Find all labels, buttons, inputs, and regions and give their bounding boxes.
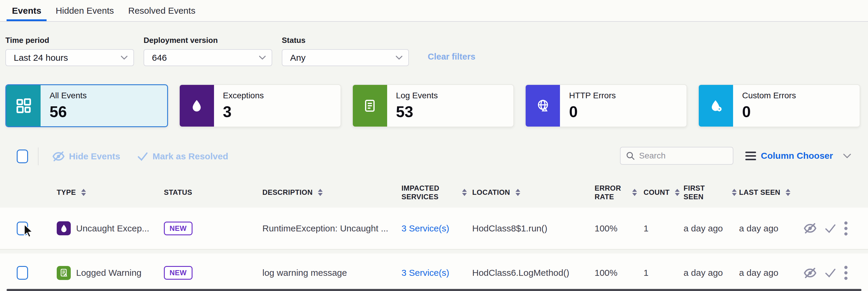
card-count: 53 — [396, 103, 438, 121]
hide-event-icon[interactable] — [804, 223, 817, 234]
flame-icon — [180, 85, 214, 126]
count-cell: 1 — [641, 268, 681, 278]
search-box — [620, 147, 733, 165]
card-label: Exceptions — [223, 91, 264, 100]
header-error-rate[interactable]: ERROR RATE — [593, 184, 641, 201]
time-period-label: Time period — [5, 36, 134, 45]
last-seen-cell: a day ago — [737, 223, 792, 233]
card-exceptions[interactable]: Exceptions 3 — [179, 84, 341, 127]
hide-event-icon[interactable] — [804, 267, 817, 279]
table-header: TYPE STATUS DESCRIPTION IMPACTED SERVICE… — [0, 177, 868, 208]
time-period-select[interactable]: Last 24 hours — [5, 49, 134, 66]
status-label: Status — [282, 36, 409, 45]
checkbox-cell — [0, 222, 56, 235]
status-badge: NEW — [164, 222, 192, 235]
card-custom-errors[interactable]: Custom Errors 0 — [698, 84, 860, 127]
type-label: Logged Warning — [76, 268, 142, 278]
select-all-checkbox[interactable] — [17, 149, 28, 163]
clear-filters-button[interactable]: Clear filters — [428, 52, 475, 62]
card-count: 0 — [742, 103, 796, 121]
deployment-version-select[interactable]: 646 — [144, 49, 272, 66]
card-all-events[interactable]: All Events 56 — [5, 84, 168, 127]
status-select[interactable]: Any — [282, 49, 409, 66]
header-status[interactable]: STATUS — [163, 188, 261, 196]
deployment-version-value: 646 — [152, 53, 167, 63]
mark-resolved-button[interactable]: Mark as Resolved — [137, 146, 228, 167]
sort-icon — [675, 189, 680, 196]
card-label: HTTP Errors — [569, 91, 616, 100]
hamburger-icon — [745, 152, 756, 160]
header-count[interactable]: COUNT — [641, 188, 681, 196]
type-cell: Logged Warning — [56, 266, 163, 280]
impacted-services-link[interactable]: 3 Service(s) — [401, 223, 449, 233]
status-badge: NEW — [164, 266, 192, 280]
card-label: All Events — [50, 91, 87, 100]
search-icon — [626, 151, 635, 160]
row-checkbox[interactable] — [17, 222, 28, 235]
flame-icon — [57, 221, 71, 235]
card-count: 0 — [569, 103, 616, 121]
status-cell: NEW — [163, 266, 261, 280]
tab-hidden-events-label: Hidden Events — [56, 6, 114, 16]
eye-slash-icon — [52, 151, 65, 162]
check-icon — [137, 152, 148, 161]
card-label: Log Events — [396, 91, 438, 100]
deployment-version-label: Deployment version — [144, 36, 272, 45]
tab-events[interactable]: Events — [6, 0, 46, 21]
resolve-event-icon[interactable] — [825, 223, 836, 233]
events-dashboard: Events Hidden Events Resolved Events Tim… — [0, 0, 868, 291]
card-log-events[interactable]: Log Events 53 — [352, 84, 514, 127]
tab-hidden-events[interactable]: Hidden Events — [50, 0, 119, 21]
horizontal-scrollbar[interactable] — [6, 289, 862, 291]
header-description[interactable]: DESCRIPTION — [261, 188, 401, 196]
description-cell: RuntimeException: Uncaught ... — [261, 223, 401, 233]
tab-events-label: Events — [12, 6, 41, 16]
hide-events-button[interactable]: Hide Events — [52, 146, 120, 167]
resolve-event-icon[interactable] — [825, 268, 836, 278]
error-rate-cell: 100% — [593, 268, 641, 278]
flame-gear-icon — [699, 85, 733, 126]
actions-cell — [792, 265, 868, 280]
card-label: Custom Errors — [742, 91, 796, 100]
description-cell: log warning message — [261, 268, 401, 278]
globe-icon — [526, 85, 560, 126]
log-document-icon — [353, 85, 387, 126]
error-rate-cell: 100% — [593, 223, 641, 233]
event-row: Logged Warning NEW log warning message 3… — [0, 253, 868, 291]
location-cell: HodClass6.LogMethod() — [471, 268, 593, 278]
sort-icon — [732, 189, 737, 196]
first-seen-cell: a day ago — [681, 223, 737, 233]
first-seen-cell: a day ago — [681, 268, 737, 278]
type-label: Uncaught Excep... — [76, 223, 149, 233]
header-type[interactable]: TYPE — [56, 188, 163, 196]
status-value: Any — [290, 53, 306, 63]
kebab-menu-icon[interactable] — [844, 221, 848, 236]
count-cell: 1 — [641, 223, 681, 233]
chevron-down-icon — [259, 56, 266, 60]
log-warning-icon — [57, 266, 71, 280]
chevron-down-icon — [396, 56, 402, 60]
column-chooser-button[interactable]: Column Chooser — [745, 147, 851, 165]
sort-icon — [786, 189, 790, 196]
summary-cards: All Events 56 Exceptions 3 Log Events — [5, 84, 860, 127]
chevron-down-icon — [121, 56, 127, 60]
kebab-menu-icon[interactable] — [844, 265, 848, 280]
checkbox-cell — [0, 266, 56, 280]
type-cell: Uncaught Excep... — [56, 221, 163, 235]
header-location[interactable]: LOCATION — [471, 188, 593, 196]
header-first-seen[interactable]: FIRST SEEN — [681, 184, 737, 201]
status-cell: NEW — [163, 222, 261, 235]
grid-icon — [6, 85, 40, 126]
header-impacted-services[interactable]: IMPACTED SERVICES — [401, 184, 471, 201]
impacted-services-link[interactable]: 3 Service(s) — [401, 268, 449, 278]
card-http-errors[interactable]: HTTP Errors 0 — [525, 84, 687, 127]
header-last-seen[interactable]: LAST SEEN — [737, 188, 792, 196]
row-checkbox[interactable] — [17, 266, 28, 280]
sort-icon — [462, 189, 467, 196]
impacted-services-cell: 3 Service(s) — [401, 223, 471, 233]
hide-events-label: Hide Events — [69, 151, 120, 161]
tab-bar: Events Hidden Events Resolved Events — [0, 0, 868, 22]
search-input[interactable] — [639, 151, 723, 160]
tab-resolved-events[interactable]: Resolved Events — [123, 0, 201, 21]
column-chooser-label: Column Chooser — [761, 151, 833, 161]
